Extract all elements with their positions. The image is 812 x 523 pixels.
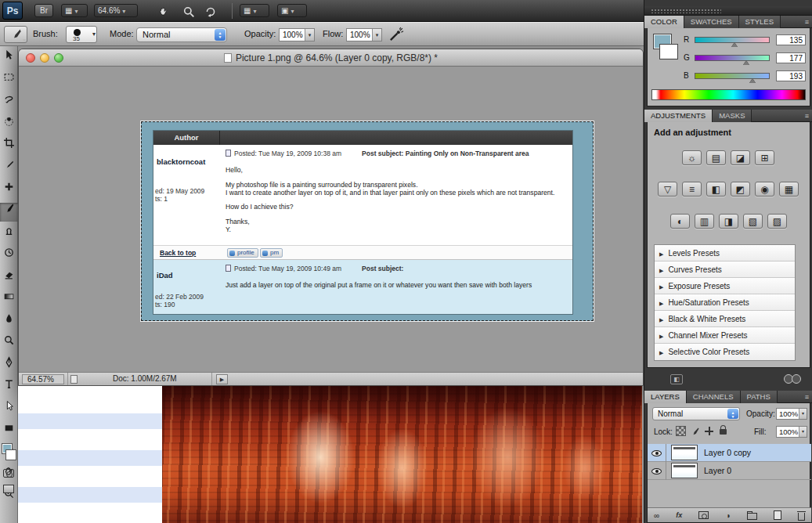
brush-tool[interactable] — [0, 203, 18, 222]
eye-icon[interactable] — [651, 468, 662, 474]
layer-blend-mode-select[interactable]: Normal ▲▼ — [652, 407, 740, 420]
green-value-input[interactable]: 177 — [776, 52, 806, 63]
screen-mode-toggle[interactable] — [3, 485, 14, 493]
channel-mixer-icon[interactable]: ▦ — [779, 182, 799, 197]
tab-adjustments[interactable]: ADJUSTMENTS — [644, 110, 713, 122]
blur-tool[interactable] — [0, 312, 18, 331]
selective-color-presets-item[interactable]: ▶Selective Color Presets — [655, 344, 795, 360]
zoom-tool-button[interactable] — [180, 4, 197, 18]
disclosure-triangle-icon[interactable]: ▶ — [659, 284, 663, 290]
window-titlebar[interactable]: Picture 1.png @ 64.6% (Layer 0 copy, RGB… — [19, 49, 643, 67]
zoom-level-dropdown[interactable]: 64.6%▾ — [94, 4, 138, 17]
gradient-map-icon[interactable]: ▧ — [743, 214, 763, 229]
disclosure-triangle-icon[interactable]: ▶ — [659, 251, 663, 257]
history-brush-tool[interactable] — [0, 247, 18, 265]
disclosure-triangle-icon[interactable]: ▶ — [659, 301, 663, 306]
vibrance-icon[interactable]: ▽ — [658, 182, 677, 197]
add-layer-mask-icon[interactable] — [698, 511, 709, 519]
dodge-tool[interactable] — [0, 334, 18, 353]
clone-stamp-tool[interactable] — [0, 225, 18, 243]
threshold-icon[interactable]: ◨ — [719, 214, 738, 229]
spot-healing-brush-tool[interactable] — [0, 181, 18, 200]
hue-saturation-icon[interactable]: ≡ — [682, 182, 702, 197]
lock-transparency-icon[interactable] — [676, 426, 686, 436]
chevron-down-icon[interactable]: ▾ — [799, 409, 807, 419]
red-value-input[interactable]: 135 — [776, 34, 806, 45]
black-white-presets-item[interactable]: ▶Black & White Presets — [655, 311, 795, 327]
eyedropper-tool[interactable] — [0, 159, 18, 178]
fill-input[interactable]: 100% ▾ — [776, 426, 807, 438]
layer-name[interactable]: Layer 0 copy — [704, 448, 751, 457]
blend-mode-select[interactable]: Normal ▲▼ — [136, 27, 227, 42]
opacity-input[interactable]: 100% ▾ — [279, 28, 315, 41]
exposure-presets-item[interactable]: ▶Exposure Presets — [655, 278, 795, 294]
curves-icon[interactable]: ◪ — [731, 150, 750, 165]
profile-button[interactable]: profile — [227, 248, 258, 258]
new-adjustment-layer-icon[interactable]: ◑ — [726, 509, 731, 522]
view-extras-button[interactable]: ▦▾ — [61, 4, 88, 17]
chevron-down-icon[interactable]: ▾ — [372, 29, 381, 41]
layer-thumbnail[interactable] — [671, 463, 698, 478]
selective-color-icon[interactable]: ▨ — [767, 214, 787, 229]
rotate-view-button[interactable] — [202, 4, 219, 18]
delete-layer-icon[interactable] — [798, 513, 805, 521]
blue-value-input[interactable]: 193 — [776, 70, 806, 81]
layer-row-layer-0[interactable]: Layer 0 — [648, 462, 811, 480]
quick-mask-mode-button[interactable] — [3, 469, 14, 478]
invert-icon[interactable]: ◐ — [670, 214, 690, 229]
layer-name[interactable]: Layer 0 — [704, 466, 731, 475]
type-tool[interactable] — [0, 378, 18, 397]
new-group-icon[interactable] — [747, 513, 757, 520]
background-color-swatch[interactable] — [6, 450, 16, 460]
lock-all-icon[interactable] — [720, 429, 727, 435]
tab-paths[interactable]: PATHS — [741, 391, 778, 403]
exposure-icon[interactable]: ⊞ — [755, 150, 774, 165]
visibility-cell[interactable] — [648, 444, 666, 462]
blue-slider[interactable] — [695, 73, 770, 79]
layer-style-icon[interactable]: fx — [676, 509, 682, 522]
gradient-tool[interactable] — [0, 290, 18, 309]
tab-masks[interactable]: MASKS — [713, 110, 752, 122]
green-slider-thumb[interactable] — [743, 60, 749, 65]
layer-row-layer-0-copy[interactable]: Layer 0 copy — [648, 444, 811, 462]
tab-channels[interactable]: CHANNELS — [687, 391, 741, 403]
canvas-area[interactable]: Author blacktorncoat ed: 19 May 2009 ts:… — [19, 67, 643, 372]
expanded-view-toggle[interactable]: ◧ — [670, 374, 683, 384]
crop-tool[interactable] — [0, 137, 18, 156]
color-balance-icon[interactable]: ◧ — [706, 182, 726, 197]
channel-mixer-presets-item[interactable]: ▶Channel Mixer Presets — [655, 327, 795, 344]
layers-opacity-input[interactable]: 100% ▾ — [776, 408, 807, 420]
red-slider-thumb[interactable] — [731, 42, 738, 47]
layer-thumbnail[interactable] — [671, 445, 698, 460]
pen-tool[interactable] — [0, 356, 18, 375]
lock-position-icon[interactable] — [704, 426, 714, 436]
panel-menu-icon[interactable]: ≡ — [805, 110, 812, 121]
quick-selection-tool[interactable] — [0, 115, 18, 134]
chevron-down-icon[interactable]: ▾ — [799, 427, 807, 437]
status-zoom-field[interactable]: 64.57% — [22, 374, 64, 384]
clip-to-layer-icon2[interactable] — [792, 374, 801, 384]
photo-filter-icon[interactable]: ◉ — [755, 182, 774, 197]
pm-button[interactable]: pm — [260, 248, 283, 258]
tab-swatches[interactable]: SWATCHES — [684, 16, 739, 28]
status-options-button[interactable]: ▶ — [216, 374, 228, 384]
disclosure-triangle-icon[interactable]: ▶ — [659, 350, 663, 355]
panel-menu-icon[interactable]: ≡ — [805, 16, 812, 27]
tab-layers[interactable]: LAYERS — [644, 391, 687, 403]
disclosure-triangle-icon[interactable]: ▶ — [659, 268, 663, 273]
lock-pixels-icon[interactable] — [690, 426, 700, 436]
back-to-top-link[interactable]: Back to top — [160, 249, 196, 257]
arrange-documents-button[interactable]: ▦▾ — [240, 4, 269, 17]
curves-presets-item[interactable]: ▶Curves Presets — [655, 262, 795, 278]
hand-tool-button[interactable] — [155, 4, 172, 18]
dock-drag-bar[interactable] — [644, 6, 812, 16]
tab-color[interactable]: COLOR — [644, 16, 684, 28]
rectangular-marquee-tool[interactable] — [0, 71, 18, 90]
brightness-contrast-icon[interactable]: ☼ — [682, 150, 702, 165]
rectangle-tool[interactable] — [0, 422, 18, 441]
link-layers-icon[interactable]: ∞ — [654, 509, 659, 522]
airbrush-toggle[interactable] — [388, 27, 404, 45]
hue-saturation-presets-item[interactable]: ▶Hue/Saturation Presets — [655, 294, 795, 311]
new-layer-icon[interactable] — [774, 510, 781, 520]
panel-menu-icon[interactable]: ≡ — [805, 391, 812, 402]
